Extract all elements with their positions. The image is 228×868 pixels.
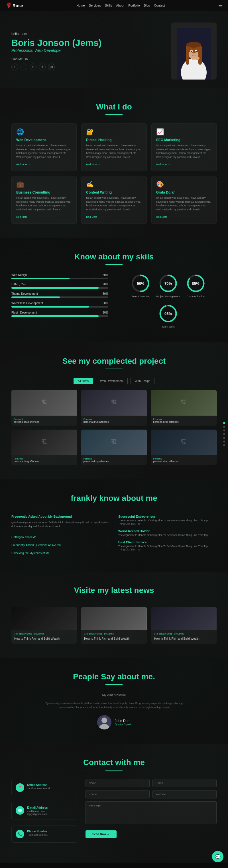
dot-5[interactable] (223, 437, 225, 439)
read-more-link[interactable]: Red More → (16, 163, 31, 166)
service-title: Ethical Hacking (86, 138, 142, 142)
skill-bar: Web Design60% (11, 273, 108, 279)
form-phone-input[interactable] (86, 790, 150, 799)
news-card: 14 February 2021 · By Admin How to Think… (11, 607, 77, 644)
project-info: Personal persona drug affences (81, 415, 147, 426)
project-thumbnail: 🏗 (151, 390, 217, 415)
news-meta: 14 February 2021 · By Admin (14, 632, 74, 635)
service-icon: 📈 (156, 128, 212, 136)
read-more-link[interactable]: Red More → (86, 163, 101, 166)
svg-rect-5 (186, 48, 189, 65)
svg-point-12 (193, 53, 195, 54)
contact-info-text: Office Address 24 Floor New World (27, 783, 50, 790)
news-section: Visite my latest news 14 February 2021 ·… (0, 571, 228, 658)
dot-6[interactable] (223, 440, 225, 442)
float-contact-btn[interactable]: 💬 (212, 851, 223, 862)
service-title: Web Development (16, 138, 72, 142)
faq-toggle-icon: + (108, 544, 110, 547)
service-desc: I'm an expert web developer. I have alre… (16, 144, 72, 159)
filter-tab[interactable]: All Items (73, 378, 93, 384)
skills-section: Know about my skils Web Design60% HTML, … (0, 238, 228, 342)
nav-services[interactable]: Services (89, 4, 101, 7)
news-grid: 14 February 2021 · By Admin How to Think… (11, 607, 217, 644)
project-info: Personal persona drug affences (81, 455, 147, 465)
faq-item[interactable]: Unlocking the Mysteries of Me + (11, 549, 110, 557)
hamburger-icon[interactable]: ☰ (218, 3, 222, 8)
news-meta: 14 February 2021 · By Admin (154, 632, 214, 635)
skill-bar-fill (11, 278, 69, 279)
nav-about[interactable]: About (116, 4, 124, 7)
read-more-link[interactable]: Red More → (16, 216, 31, 218)
faq-item[interactable]: Frequently Added Questions Answered + (11, 541, 110, 549)
service-icon: 🎨 (156, 181, 212, 188)
svg-rect-36 (151, 607, 217, 630)
nav-logo[interactable]: 🌹 Rose (6, 2, 23, 8)
nav-home[interactable]: Home (76, 4, 85, 7)
achieve-title: Best Client Service (118, 540, 217, 544)
nav-portfolio[interactable]: Portfolio (128, 4, 140, 7)
projects-title: See my complected project (11, 356, 217, 366)
dot-3[interactable] (223, 429, 225, 431)
service-icon: 🌐 (16, 128, 72, 136)
form-name-input[interactable] (86, 779, 150, 787)
nav-contact[interactable]: Contact (154, 4, 165, 7)
read-more-link[interactable]: Red More → (156, 163, 171, 166)
skill-bar: HTML, Css90% (11, 283, 108, 289)
skill-bar-bg (11, 315, 108, 317)
circle-label: Team Work (162, 325, 174, 328)
svg-text:🏗: 🏗 (111, 399, 117, 405)
circle-container: 70% (158, 273, 178, 293)
social-linkedin[interactable]: li (39, 64, 45, 70)
contact-info-item: 📞 Phone Number +000 000 000 241 (11, 826, 77, 843)
skill-bar-fill (11, 315, 99, 317)
achievement-item: Successful Entrepreneur The Argument to … (118, 515, 217, 525)
service-icon: ✍️ (86, 181, 142, 188)
testimonials-section: Peaple Say about me. My clint pressure D… (0, 658, 228, 744)
filter-tab[interactable]: Web Development (96, 378, 128, 384)
faq-item[interactable]: Getting to Know Me + (11, 533, 110, 541)
nav-blog[interactable]: Blog (144, 4, 150, 7)
faq-item-title: Unlocking the Mysteries of Me + (11, 552, 110, 555)
testimonials-title: Peaple Say about me. (11, 672, 217, 681)
form-email-input[interactable] (153, 779, 217, 787)
circle-pct: 85% (192, 281, 199, 286)
filter-tab[interactable]: Web Design (131, 378, 155, 384)
project-category: Personal (153, 458, 214, 460)
nav-links: Home Services Skills About Portfolio Blo… (76, 4, 165, 7)
project-card: 🏗 Personal persona drug affences (151, 430, 217, 465)
services-divider (105, 114, 123, 115)
project-thumbnail: 🏗 (81, 390, 147, 415)
skill-bar-fill (11, 297, 60, 298)
news-card: 14 February 2021 · By Admin How to Think… (151, 607, 217, 644)
news-thumbnail (81, 607, 146, 630)
send-button[interactable]: Sead Now → (86, 830, 117, 838)
dot-4[interactable] (223, 433, 225, 435)
circle-skill: 50% Team Consulting (131, 273, 151, 298)
news-title: How to Think Rich and Build Wealth (84, 637, 144, 641)
project-card: 🏗 Personal persona drug affences (11, 430, 77, 465)
contact-icon: ✉️ (16, 806, 24, 815)
svg-rect-34 (11, 607, 77, 630)
contact-info-item: ✉️ E-mail Address mail@mail.com reply@gm… (11, 802, 77, 820)
social-facebook[interactable]: f (11, 64, 18, 70)
svg-text:🏗: 🏗 (41, 439, 47, 445)
project-card: 🏗 Personal persona drug affences (11, 390, 77, 426)
read-more-link[interactable]: Red More → (86, 216, 101, 218)
dot-2[interactable] (223, 426, 225, 428)
dot-1[interactable] (223, 422, 225, 424)
skills-bars: Web Design60% HTML, Css90% Theme Develop… (11, 273, 108, 328)
achieve-sub: The Argument to Handle Of Using Elbe To … (118, 545, 217, 548)
contact-info-title: E-mail Address (27, 806, 47, 809)
social-instagram[interactable]: in (30, 64, 36, 70)
service-card: 🔐 Ethical Hacking I'm an expert web deve… (81, 123, 146, 171)
form-message-input[interactable] (86, 801, 217, 824)
news-card: 14 February 2021 · By Admin How to Think… (81, 607, 146, 644)
form-website-input[interactable] (153, 790, 217, 799)
achieve-sub: The Argument to Handle Of Using Elbe To … (118, 519, 217, 522)
read-more-link[interactable]: Red More → (156, 216, 171, 218)
testimonial-name: John Doe (115, 719, 131, 723)
dot-7[interactable] (223, 444, 225, 446)
social-twitter[interactable]: t (21, 64, 27, 70)
social-github[interactable]: gh (48, 64, 55, 70)
nav-skills[interactable]: Skills (105, 4, 112, 7)
